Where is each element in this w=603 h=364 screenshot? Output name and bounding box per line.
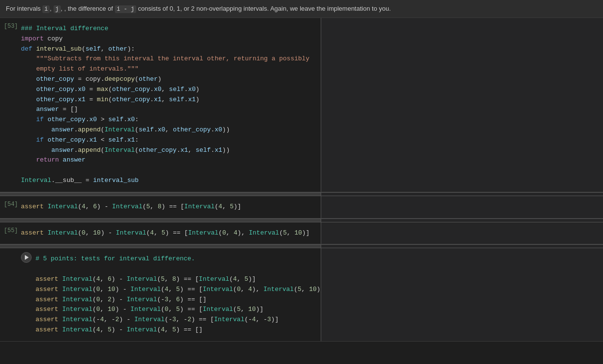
- cell-55-left: [55] assert Interval(0, 10) - Interval(4…: [0, 222, 321, 244]
- cell-run-right: [321, 248, 603, 341]
- cell-55: [55] assert Interval(0, 10) - Interval(4…: [0, 222, 603, 245]
- cell-55-right: [321, 222, 603, 244]
- cell-55-header: [55] assert Interval(0, 10) - Interval(4…: [0, 222, 321, 244]
- cell-53-header: [53] ### Interval difference import copy…: [0, 18, 321, 192]
- description-bar: For intervals i, j, , the difference of …: [0, 0, 603, 18]
- description-text: For intervals i, j, , the difference of …: [6, 5, 391, 12]
- cell-run-number: [4, 252, 21, 253]
- cell-54-right: [321, 196, 603, 218]
- cell-53-content: ### Interval difference import copy def …: [21, 22, 321, 188]
- cell-53: [53] ### Interval difference import copy…: [0, 18, 603, 192]
- cell-54-number: [54]: [4, 200, 21, 208]
- cell-run-header: # 5 points: tests for interval differenc…: [0, 248, 321, 341]
- code-j: j: [54, 5, 61, 13]
- play-icon: [25, 255, 29, 260]
- cell-53-number: [53]: [4, 22, 21, 30]
- separator-54-55: [0, 218, 603, 222]
- cell-54-left: [54] assert Interval(4, 6) - Interval(5,…: [0, 196, 321, 218]
- cell-54: [54] assert Interval(4, 6) - Interval(5,…: [0, 196, 603, 218]
- cell-53-left: [53] ### Interval difference import copy…: [0, 18, 321, 192]
- cell-run-left: # 5 points: tests for interval differenc…: [0, 248, 321, 341]
- cell-55-content: assert Interval(0, 10) - Interval(4, 5) …: [21, 226, 321, 240]
- cell-55-number: [55]: [4, 226, 21, 234]
- separator-53-54: [0, 192, 603, 196]
- cell-54-content: assert Interval(4, 6) - Interval(5, 8) =…: [21, 200, 321, 214]
- code-i: i: [42, 5, 50, 13]
- notebook: For intervals i, j, , the difference of …: [0, 0, 603, 342]
- cell-run: # 5 points: tests for interval differenc…: [0, 248, 603, 341]
- code-expr: i - j: [115, 5, 136, 13]
- separator-55-run: [0, 244, 603, 248]
- cell-run-content: # 5 points: tests for interval differenc…: [36, 252, 324, 337]
- cell-54-header: [54] assert Interval(4, 6) - Interval(5,…: [0, 196, 321, 218]
- cell-53-right: [321, 18, 603, 192]
- run-button[interactable]: [21, 252, 32, 263]
